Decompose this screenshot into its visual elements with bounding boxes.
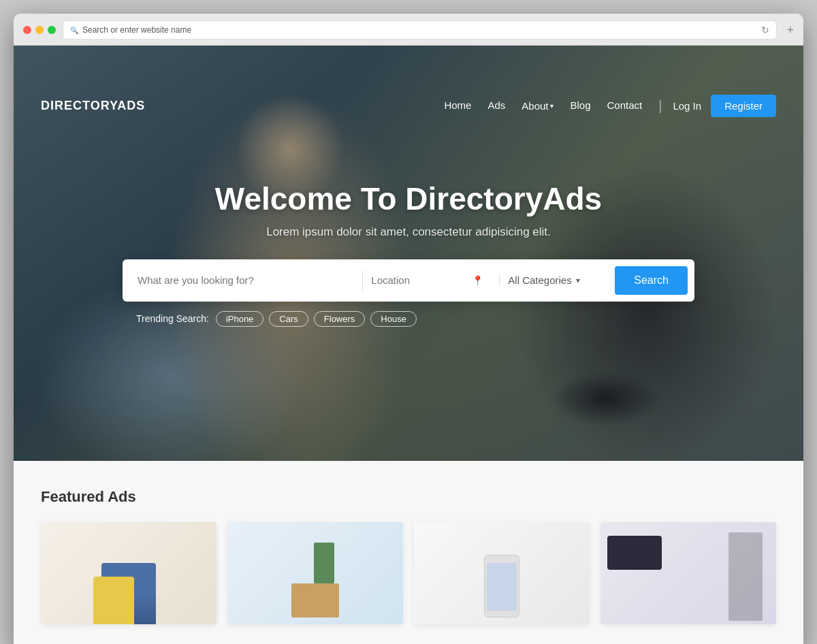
- tag-house[interactable]: House: [370, 311, 417, 327]
- card-image-1: [41, 522, 217, 624]
- trending-section: Trending Search: iPhone Cars Flowers Hou…: [136, 311, 417, 327]
- site-logo[interactable]: DIRECTORYADS: [41, 99, 145, 113]
- nav-home[interactable]: Home: [444, 99, 471, 111]
- new-tab-button[interactable]: +: [786, 23, 794, 37]
- website-content: DIRECTORYADS Home Ads About Blog Contact…: [14, 46, 803, 644]
- trending-tags: iPhone Cars Flowers House: [216, 311, 417, 327]
- tag-iphone[interactable]: iPhone: [216, 311, 263, 327]
- featured-card-3[interactable]: [414, 522, 590, 624]
- hero-content: Welcome To DirectoryAds Lorem ipsum dolo…: [215, 180, 602, 239]
- traffic-lights: [23, 26, 56, 34]
- featured-card-2[interactable]: [227, 522, 403, 624]
- browser-window: 🔍 Search or enter website name ↻ + DIREC…: [14, 14, 803, 644]
- search-bar: 📍 All Categories ▾ Search: [123, 259, 694, 302]
- keyword-input[interactable]: [129, 269, 362, 291]
- search-button[interactable]: Search: [615, 266, 688, 295]
- login-link[interactable]: Log In: [673, 100, 701, 112]
- navigation: DIRECTORYADS Home Ads About Blog Contact…: [14, 85, 803, 126]
- category-wrap: All Categories ▾: [499, 274, 615, 286]
- card-image-2: [227, 522, 403, 624]
- dropdown-arrow-icon: ▾: [576, 276, 580, 285]
- category-select[interactable]: All Categories: [508, 274, 572, 286]
- browser-chrome: 🔍 Search or enter website name ↻ +: [14, 14, 803, 46]
- search-icon: 🔍: [70, 27, 78, 34]
- hero-wrapper: DIRECTORYADS Home Ads About Blog Contact…: [14, 46, 803, 461]
- maximize-button[interactable]: [48, 26, 56, 34]
- card-image-4: [600, 522, 776, 624]
- hero-title: Welcome To DirectoryAds: [215, 180, 602, 217]
- address-bar[interactable]: 🔍 Search or enter website name ↻: [63, 20, 777, 39]
- trending-label: Trending Search:: [136, 313, 209, 324]
- tag-cars[interactable]: Cars: [269, 311, 308, 327]
- nav-links: Home Ads About Blog Contact: [444, 99, 642, 112]
- nav-divider: |: [658, 98, 662, 114]
- featured-card-1[interactable]: [41, 522, 217, 624]
- nav-blog[interactable]: Blog: [570, 99, 590, 111]
- register-button[interactable]: Register: [711, 95, 776, 117]
- featured-card-4[interactable]: [600, 522, 776, 624]
- nav-ads[interactable]: Ads: [487, 99, 505, 111]
- hero-subtitle: Lorem ipsum dolor sit amet, consectetur …: [215, 225, 602, 239]
- location-wrap: 📍: [363, 274, 499, 286]
- nav-contact[interactable]: Contact: [607, 99, 643, 111]
- location-input[interactable]: [371, 274, 466, 286]
- address-bar-text: Search or enter website name: [82, 25, 191, 35]
- featured-grid: [41, 522, 776, 624]
- featured-title: Featured Ads: [41, 488, 776, 506]
- nav-about[interactable]: About: [522, 100, 554, 112]
- card-image-3: [414, 522, 590, 624]
- minimize-button[interactable]: [35, 26, 44, 34]
- tag-flowers[interactable]: Flowers: [314, 311, 366, 327]
- location-icon: 📍: [472, 275, 483, 286]
- refresh-button[interactable]: ↻: [761, 25, 769, 35]
- featured-section: Featured Ads: [14, 461, 803, 644]
- close-button[interactable]: [23, 26, 31, 34]
